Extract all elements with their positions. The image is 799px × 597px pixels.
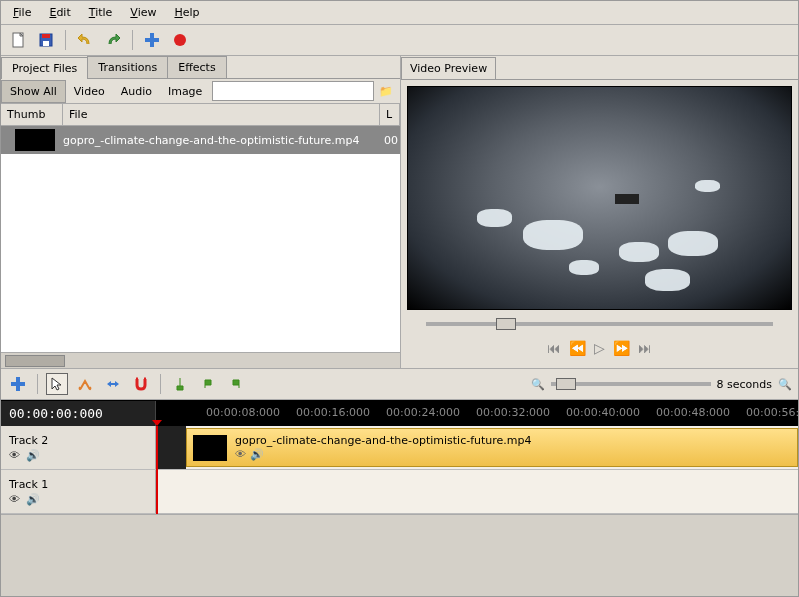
ruler-tick: 00:00:16:000 bbox=[296, 406, 370, 419]
svg-rect-2 bbox=[42, 34, 50, 38]
play-button[interactable]: ▷ bbox=[594, 340, 605, 356]
track-2: Track 2 👁 🔊 gopro_-climate-change-and-th… bbox=[1, 426, 798, 470]
prev-marker-button[interactable] bbox=[197, 373, 219, 395]
menu-edit[interactable]: Edit bbox=[41, 3, 78, 22]
filter-show-all[interactable]: Show All bbox=[1, 80, 66, 103]
track-1-header[interactable]: Track 1 👁 🔊 bbox=[1, 470, 156, 513]
menu-title[interactable]: Title bbox=[81, 3, 121, 22]
timeline-hscroll[interactable] bbox=[1, 514, 798, 528]
record-button[interactable] bbox=[169, 29, 191, 51]
timeline-toolbar: 🔍 8 seconds 🔍 bbox=[1, 368, 798, 400]
main-toolbar bbox=[1, 25, 798, 56]
eye-icon[interactable]: 👁 bbox=[9, 493, 20, 506]
svg-rect-5 bbox=[145, 38, 159, 42]
menubar: FFileile Edit Title View Help bbox=[1, 1, 798, 25]
add-marker-button[interactable] bbox=[169, 373, 191, 395]
rewind-button[interactable]: ⏪ bbox=[569, 340, 586, 356]
preview-panel: Video Preview ⏮ ⏪ ▷ ⏩ ⏭ bbox=[401, 56, 798, 368]
svg-rect-8 bbox=[11, 382, 25, 386]
clip[interactable]: gopro_-climate-change-and-the-optimistic… bbox=[186, 428, 798, 467]
file-thumb bbox=[15, 129, 55, 151]
undo-button[interactable] bbox=[74, 29, 96, 51]
menu-file[interactable]: FFileile bbox=[5, 3, 39, 22]
project-panel: Project Files Transitions Effects Show A… bbox=[1, 56, 401, 368]
file-hscroll[interactable] bbox=[1, 352, 400, 368]
track-2-body[interactable]: gopro_-climate-change-and-the-optimistic… bbox=[156, 426, 798, 469]
track-1-name: Track 1 bbox=[9, 478, 147, 491]
skip-end-button[interactable]: ⏭ bbox=[638, 340, 652, 356]
eye-icon[interactable]: 👁 bbox=[9, 449, 20, 462]
add-track-button[interactable] bbox=[7, 373, 29, 395]
speaker-icon[interactable]: 🔊 bbox=[26, 493, 40, 506]
preview-video[interactable] bbox=[407, 86, 792, 310]
ruler-tick: 00:00:40:000 bbox=[566, 406, 640, 419]
zoom-in-icon[interactable]: 🔍 bbox=[778, 378, 792, 391]
resize-tool[interactable] bbox=[102, 373, 124, 395]
folder-icon[interactable]: 📁 bbox=[379, 85, 397, 98]
ship-graphic bbox=[615, 194, 639, 204]
timeline-ruler[interactable]: 00:00:00:000 00:00:08:000 00:00:16:000 0… bbox=[1, 400, 798, 426]
ruler-tick: 00:00:32:000 bbox=[476, 406, 550, 419]
filter-audio[interactable]: Audio bbox=[113, 81, 160, 102]
tab-effects[interactable]: Effects bbox=[167, 56, 226, 78]
file-row[interactable]: gopro_-climate-change-and-the-optimistic… bbox=[1, 126, 400, 154]
eye-icon: 👁 bbox=[235, 448, 246, 461]
import-button[interactable] bbox=[141, 29, 163, 51]
zoom-out-icon[interactable]: 🔍 bbox=[531, 378, 545, 391]
track-1-body[interactable] bbox=[156, 470, 798, 513]
col-length[interactable]: L bbox=[380, 104, 400, 125]
redo-button[interactable] bbox=[102, 29, 124, 51]
forward-button[interactable]: ⏩ bbox=[613, 340, 630, 356]
save-button[interactable] bbox=[35, 29, 57, 51]
filter-search-input[interactable] bbox=[212, 81, 374, 101]
ruler-tick: 00:00:08:000 bbox=[206, 406, 280, 419]
filter-image[interactable]: Image bbox=[160, 81, 210, 102]
timecode-display: 00:00:00:000 bbox=[1, 401, 156, 426]
pointer-tool[interactable] bbox=[46, 373, 68, 395]
speaker-icon[interactable]: 🔊 bbox=[26, 449, 40, 462]
playhead[interactable] bbox=[156, 426, 158, 514]
clip-thumb bbox=[193, 435, 227, 461]
new-button[interactable] bbox=[7, 29, 29, 51]
zoom-label: 8 seconds bbox=[717, 378, 772, 391]
track-2-name: Track 2 bbox=[9, 434, 147, 447]
file-name-label: gopro_-climate-change-and-the-optimistic… bbox=[63, 134, 384, 147]
ruler-tick: 00:00:56:000 bbox=[746, 406, 798, 419]
file-extra: 00 bbox=[384, 134, 400, 147]
next-marker-button[interactable] bbox=[225, 373, 247, 395]
snap-button[interactable] bbox=[130, 373, 152, 395]
filter-video[interactable]: Video bbox=[66, 81, 113, 102]
tab-video-preview[interactable]: Video Preview bbox=[401, 57, 496, 80]
tab-project-files[interactable]: Project Files bbox=[1, 57, 88, 79]
zoom-slider[interactable] bbox=[551, 382, 711, 386]
timeline-tracks: Track 2 👁 🔊 gopro_-climate-change-and-th… bbox=[1, 426, 798, 514]
ruler-tick: 00:00:24:000 bbox=[386, 406, 460, 419]
col-file[interactable]: File bbox=[63, 104, 380, 125]
svg-rect-3 bbox=[43, 41, 49, 46]
track-1: Track 1 👁 🔊 bbox=[1, 470, 798, 514]
ruler-tick: 00:00:48:000 bbox=[656, 406, 730, 419]
menu-help[interactable]: Help bbox=[166, 3, 207, 22]
file-list: gopro_-climate-change-and-the-optimistic… bbox=[1, 126, 400, 352]
clip-name: gopro_-climate-change-and-the-optimistic… bbox=[235, 434, 532, 447]
svg-point-6 bbox=[174, 34, 186, 46]
speaker-icon: 🔊 bbox=[250, 448, 264, 461]
preview-scrubber[interactable] bbox=[407, 314, 792, 334]
tab-transitions[interactable]: Transitions bbox=[87, 56, 168, 78]
track-2-header[interactable]: Track 2 👁 🔊 bbox=[1, 426, 156, 469]
razor-tool[interactable] bbox=[74, 373, 96, 395]
menu-view[interactable]: View bbox=[122, 3, 164, 22]
skip-start-button[interactable]: ⏮ bbox=[547, 340, 561, 356]
col-thumb[interactable]: Thumb bbox=[1, 104, 63, 125]
